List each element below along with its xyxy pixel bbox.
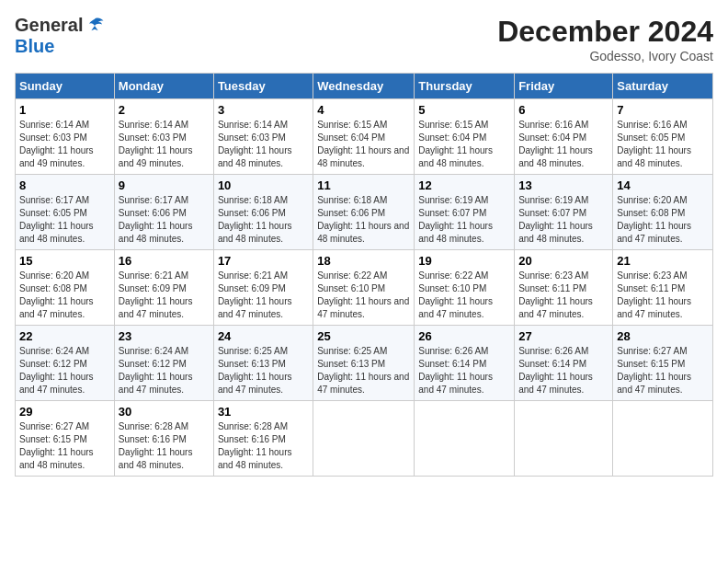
table-cell: 23 Sunrise: 6:24 AMSunset: 6:12 PMDaylig… — [114, 326, 213, 401]
day-info: Sunrise: 6:14 AMSunset: 6:03 PMDaylight:… — [119, 120, 193, 168]
day-info: Sunrise: 6:22 AMSunset: 6:10 PMDaylight:… — [418, 270, 493, 319]
day-number: 21 — [617, 254, 709, 268]
calendar-header-row: Sunday Monday Tuesday Wednesday Thursday… — [16, 74, 713, 99]
day-info: Sunrise: 6:20 AMSunset: 6:08 PMDaylight:… — [617, 195, 691, 244]
day-number: 31 — [218, 405, 309, 419]
day-info: Sunrise: 6:24 AMSunset: 6:12 PMDaylight:… — [19, 346, 94, 395]
header-thursday: Thursday — [415, 74, 515, 99]
calendar-week-1: 1 Sunrise: 6:14 AMSunset: 6:03 PMDayligh… — [16, 99, 713, 175]
header-saturday: Saturday — [613, 74, 713, 99]
day-info: Sunrise: 6:17 AMSunset: 6:06 PMDaylight:… — [119, 195, 193, 244]
day-number: 20 — [518, 254, 609, 268]
table-cell: 27 Sunrise: 6:26 AMSunset: 6:14 PMDaylig… — [515, 326, 613, 401]
day-number: 5 — [418, 103, 510, 117]
day-info: Sunrise: 6:14 AMSunset: 6:03 PMDaylight:… — [19, 120, 94, 168]
table-cell: 2 Sunrise: 6:14 AMSunset: 6:03 PMDayligh… — [114, 99, 213, 175]
day-number: 24 — [218, 329, 309, 343]
page-header: General Blue December 2024 Godesso, Ivor… — [15, 15, 713, 63]
day-number: 3 — [218, 103, 309, 117]
day-number: 4 — [317, 103, 410, 117]
table-cell: 6 Sunrise: 6:16 AMSunset: 6:04 PMDayligh… — [515, 99, 613, 175]
day-number: 10 — [218, 178, 309, 192]
day-info: Sunrise: 6:26 AMSunset: 6:14 PMDaylight:… — [418, 346, 493, 395]
table-cell: 7 Sunrise: 6:16 AMSunset: 6:05 PMDayligh… — [613, 99, 713, 175]
table-cell — [313, 401, 415, 477]
logo-bird-icon — [85, 16, 105, 36]
day-info: Sunrise: 6:19 AMSunset: 6:07 PMDaylight:… — [418, 195, 493, 244]
table-cell: 11 Sunrise: 6:18 AMSunset: 6:06 PMDaylig… — [313, 175, 415, 250]
table-cell: 29 Sunrise: 6:27 AMSunset: 6:15 PMDaylig… — [16, 401, 115, 477]
day-number: 13 — [518, 178, 609, 192]
table-cell: 28 Sunrise: 6:27 AMSunset: 6:15 PMDaylig… — [613, 326, 713, 401]
table-cell: 24 Sunrise: 6:25 AMSunset: 6:13 PMDaylig… — [213, 326, 313, 401]
calendar-week-5: 29 Sunrise: 6:27 AMSunset: 6:15 PMDaylig… — [16, 401, 713, 477]
table-cell: 22 Sunrise: 6:24 AMSunset: 6:12 PMDaylig… — [16, 326, 115, 401]
calendar-table: Sunday Monday Tuesday Wednesday Thursday… — [15, 73, 713, 477]
day-number: 11 — [317, 178, 410, 192]
day-number: 17 — [218, 254, 309, 268]
table-cell: 25 Sunrise: 6:25 AMSunset: 6:13 PMDaylig… — [313, 326, 415, 401]
day-number: 26 — [418, 329, 510, 343]
day-info: Sunrise: 6:16 AMSunset: 6:04 PMDaylight:… — [518, 120, 593, 168]
day-info: Sunrise: 6:17 AMSunset: 6:05 PMDaylight:… — [19, 195, 94, 244]
day-info: Sunrise: 6:23 AMSunset: 6:11 PMDaylight:… — [617, 270, 691, 319]
table-cell: 26 Sunrise: 6:26 AMSunset: 6:14 PMDaylig… — [415, 326, 515, 401]
header-monday: Monday — [114, 74, 213, 99]
day-info: Sunrise: 6:15 AMSunset: 6:04 PMDaylight:… — [418, 120, 493, 168]
day-info: Sunrise: 6:18 AMSunset: 6:06 PMDaylight:… — [317, 195, 409, 244]
day-number: 28 — [617, 329, 709, 343]
day-number: 6 — [518, 103, 609, 117]
table-cell: 31 Sunrise: 6:28 AMSunset: 6:16 PMDaylig… — [213, 401, 313, 477]
day-number: 9 — [119, 178, 210, 192]
table-cell: 16 Sunrise: 6:21 AMSunset: 6:09 PMDaylig… — [114, 250, 213, 326]
day-info: Sunrise: 6:22 AMSunset: 6:10 PMDaylight:… — [317, 270, 409, 319]
day-number: 7 — [617, 103, 709, 117]
location-subtitle: Godesso, Ivory Coast — [497, 49, 713, 63]
table-cell: 12 Sunrise: 6:19 AMSunset: 6:07 PMDaylig… — [415, 175, 515, 250]
table-cell: 13 Sunrise: 6:19 AMSunset: 6:07 PMDaylig… — [515, 175, 613, 250]
day-info: Sunrise: 6:18 AMSunset: 6:06 PMDaylight:… — [218, 195, 292, 244]
table-cell: 5 Sunrise: 6:15 AMSunset: 6:04 PMDayligh… — [415, 99, 515, 175]
day-info: Sunrise: 6:25 AMSunset: 6:13 PMDaylight:… — [218, 346, 292, 395]
table-cell — [613, 401, 713, 477]
day-info: Sunrise: 6:19 AMSunset: 6:07 PMDaylight:… — [518, 195, 593, 244]
day-info: Sunrise: 6:21 AMSunset: 6:09 PMDaylight:… — [218, 270, 292, 319]
title-block: December 2024 Godesso, Ivory Coast — [497, 15, 713, 63]
header-sunday: Sunday — [16, 74, 115, 99]
day-info: Sunrise: 6:20 AMSunset: 6:08 PMDaylight:… — [19, 270, 94, 319]
day-number: 27 — [518, 329, 609, 343]
day-info: Sunrise: 6:21 AMSunset: 6:09 PMDaylight:… — [119, 270, 193, 319]
logo: General Blue — [15, 15, 105, 57]
day-info: Sunrise: 6:25 AMSunset: 6:13 PMDaylight:… — [317, 346, 409, 395]
day-number: 18 — [317, 254, 410, 268]
day-number: 15 — [19, 254, 110, 268]
table-cell: 14 Sunrise: 6:20 AMSunset: 6:08 PMDaylig… — [613, 175, 713, 250]
day-info: Sunrise: 6:14 AMSunset: 6:03 PMDaylight:… — [218, 120, 292, 168]
calendar-week-4: 22 Sunrise: 6:24 AMSunset: 6:12 PMDaylig… — [16, 326, 713, 401]
table-cell: 4 Sunrise: 6:15 AMSunset: 6:04 PMDayligh… — [313, 99, 415, 175]
table-cell: 30 Sunrise: 6:28 AMSunset: 6:16 PMDaylig… — [114, 401, 213, 477]
day-info: Sunrise: 6:26 AMSunset: 6:14 PMDaylight:… — [518, 346, 593, 395]
table-cell — [515, 401, 613, 477]
table-cell: 21 Sunrise: 6:23 AMSunset: 6:11 PMDaylig… — [613, 250, 713, 326]
day-number: 2 — [119, 103, 210, 117]
header-wednesday: Wednesday — [313, 74, 415, 99]
logo-blue-text: Blue — [15, 36, 54, 57]
day-number: 22 — [19, 329, 110, 343]
table-cell — [415, 401, 515, 477]
table-cell: 1 Sunrise: 6:14 AMSunset: 6:03 PMDayligh… — [16, 99, 115, 175]
day-number: 25 — [317, 329, 410, 343]
day-info: Sunrise: 6:24 AMSunset: 6:12 PMDaylight:… — [119, 346, 193, 395]
day-info: Sunrise: 6:28 AMSunset: 6:16 PMDaylight:… — [119, 421, 193, 470]
day-number: 14 — [617, 178, 709, 192]
table-cell: 19 Sunrise: 6:22 AMSunset: 6:10 PMDaylig… — [415, 250, 515, 326]
day-info: Sunrise: 6:23 AMSunset: 6:11 PMDaylight:… — [518, 270, 593, 319]
day-info: Sunrise: 6:16 AMSunset: 6:05 PMDaylight:… — [617, 120, 691, 168]
day-info: Sunrise: 6:27 AMSunset: 6:15 PMDaylight:… — [19, 421, 94, 470]
day-number: 29 — [19, 405, 110, 419]
month-year-title: December 2024 — [497, 15, 713, 49]
table-cell: 9 Sunrise: 6:17 AMSunset: 6:06 PMDayligh… — [114, 175, 213, 250]
header-tuesday: Tuesday — [213, 74, 313, 99]
day-number: 12 — [418, 178, 510, 192]
day-info: Sunrise: 6:28 AMSunset: 6:16 PMDaylight:… — [218, 421, 292, 470]
